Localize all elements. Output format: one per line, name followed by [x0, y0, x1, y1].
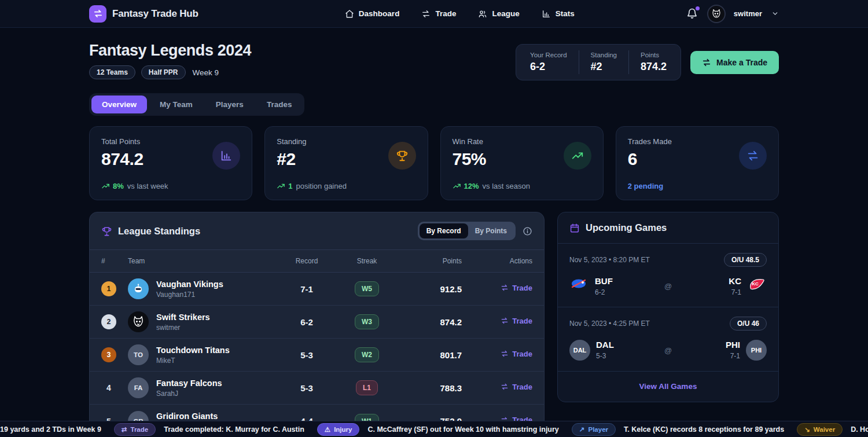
ticker-item: 19 yards and 2 TDs in Week 9 [0, 425, 101, 434]
rank-badge: 1 [101, 281, 116, 296]
streak-badge: W3 [355, 314, 379, 329]
swap-icon: ⇄ [122, 425, 127, 434]
user-cluster: switmer [686, 5, 779, 23]
streak-badge: L1 [356, 380, 378, 395]
tab-my-team[interactable]: My Team [149, 96, 203, 113]
nav-item-league[interactable]: League [478, 9, 519, 19]
home-team-record: 7-1 [726, 352, 740, 360]
trophy-icon [101, 226, 112, 237]
notifications-bell-icon[interactable] [686, 8, 699, 20]
game-datetime: Nov 5, 2023 • 4:25 PM ET [569, 320, 650, 328]
team-name: Vaughan Vikings [156, 280, 223, 289]
view-all-games-link[interactable]: View All Games [639, 382, 697, 391]
team-avatar-initials: TO [128, 344, 149, 365]
points-value: 912.5 [399, 284, 472, 294]
away-team-abbr: DAL [596, 340, 614, 350]
ticker-item-trade: ⇄Trade Trade completed: K. Murray for C.… [114, 423, 304, 436]
svg-text:KC: KC [752, 281, 759, 287]
toggle-by-points[interactable]: By Points [468, 223, 514, 238]
nav-label: Trade [435, 9, 456, 18]
trending-up-icon [564, 142, 591, 170]
standings-title: League Standings [118, 226, 200, 237]
trade-button[interactable]: Trade [501, 383, 532, 391]
game-dal-at-phi[interactable]: Nov 5, 2023 • 4:25 PM ET O/U 46 DAL DAL … [558, 307, 778, 371]
rank-badge: 2 [101, 314, 116, 329]
team-name: Fantasy Falcons [156, 379, 222, 388]
user-avatar[interactable] [707, 5, 726, 23]
chevron-down-icon[interactable] [771, 10, 779, 17]
team-avatar-robot [128, 278, 149, 299]
standings-table-header: # Team Record Streak Points Actions [90, 249, 544, 273]
record-value: 6-2 [279, 317, 334, 327]
tab-overview[interactable]: Overview [91, 96, 147, 113]
summary-your-record: Your Record 6-2 [518, 50, 579, 74]
standings-row-touchdown-titans[interactable]: 3 TO Touchdown Titans MikeT 5-3 W2 801.7… [90, 339, 544, 372]
at-symbol: @ [664, 346, 672, 355]
scoring-format-badge: Half PPR [141, 65, 186, 79]
trophy-icon [388, 142, 416, 170]
over-under-badge: O/U 46 [730, 317, 767, 330]
nav-item-trade[interactable]: Trade [421, 9, 456, 19]
injury-badge: ⚠Injury [317, 423, 360, 436]
standings-row-fantasy-falcons[interactable]: 4 FA Fantasy Falcons SarahJ 5-3 L1 788.3… [90, 372, 544, 405]
info-icon[interactable] [523, 226, 532, 236]
trend-down-icon: ↘ [804, 425, 810, 434]
pending-trades-link[interactable]: 2 pending [628, 182, 663, 190]
news-ticker[interactable]: 19 yards and 2 TDs in Week 9 ⇄Trade Trad… [0, 421, 868, 437]
stat-card-standing: Standing #2 1 position gained [264, 126, 428, 200]
upcoming-games-panel: Upcoming Games Nov 5, 2023 • 8:20 PM ET … [557, 212, 779, 402]
at-symbol: @ [664, 282, 672, 291]
tab-trades[interactable]: Trades [256, 96, 303, 113]
page-title: Fantasy Legends 2024 [89, 42, 251, 60]
game-datetime: Nov 5, 2023 • 8:20 PM ET [569, 256, 650, 264]
player-badge: ↗Player [572, 423, 616, 436]
bills-logo [569, 276, 589, 291]
away-team-abbr: BUF [595, 276, 613, 286]
team-avatar-wildcat [128, 311, 149, 332]
trend-up-icon: 12% [453, 182, 479, 190]
bar-chart-icon [212, 142, 240, 170]
view-tabs: Overview My Team Players Trades [89, 93, 304, 116]
nav-label: League [492, 9, 519, 18]
nav-item-stats[interactable]: Stats [542, 9, 575, 19]
nav-label: Dashboard [359, 9, 400, 18]
toggle-by-record[interactable]: By Record [420, 223, 468, 238]
hero-left: Fantasy Legends 2024 12 Teams Half PPR W… [89, 42, 251, 79]
stat-card-win-rate: Win Rate 75% 12% vs last season [440, 126, 604, 200]
username[interactable]: switmer [734, 9, 762, 18]
team-name: Gridiron Giants [156, 412, 218, 421]
warning-icon: ⚠ [325, 425, 330, 434]
waiver-badge: ↘Waiver [797, 423, 843, 436]
trend-up-icon: ↗ [579, 425, 585, 434]
tab-players[interactable]: Players [205, 96, 254, 113]
main-nav: Dashboard Trade League Stats [310, 9, 575, 19]
standings-row-swift-strikers[interactable]: 2 Swift Strikers switmer 6-2 W3 874.2 [90, 306, 544, 339]
sort-toggle: By Record By Points [418, 222, 516, 240]
standings-row-vaughan-vikings[interactable]: 1 Vaughan Vikings Vaughan171 7-1 W5 912.… [90, 273, 544, 306]
away-team-record: 5-3 [596, 352, 614, 360]
nav-item-dashboard[interactable]: Dashboard [345, 9, 400, 19]
trend-up-icon: 8% [101, 182, 124, 190]
trade-button[interactable]: Trade [501, 317, 532, 325]
team-name: Touchdown Titans [156, 346, 230, 355]
trade-button[interactable]: Trade [501, 284, 532, 292]
home-icon [345, 9, 354, 19]
points-value: 801.7 [399, 350, 472, 360]
notification-dot [696, 6, 700, 10]
bar-chart-icon [542, 9, 551, 19]
summary-standing: Standing #2 [579, 50, 628, 74]
over-under-badge: O/U 48.5 [724, 253, 767, 267]
trade-button[interactable]: Trade [501, 350, 532, 358]
home-team-abbr: PHI [726, 340, 740, 350]
game-buf-at-kc[interactable]: Nov 5, 2023 • 8:20 PM ET O/U 48.5 BUF 6-… [558, 244, 778, 307]
swap-icon [702, 58, 711, 67]
users-icon [478, 9, 487, 19]
ticker-item-injury: ⚠Injury C. McCaffrey (SF) out for Week 1… [317, 423, 559, 436]
rank-badge: 3 [101, 347, 116, 362]
eagles-logo-circle: PHI [746, 340, 767, 361]
team-owner: SarahJ [156, 390, 222, 398]
games-title: Upcoming Games [586, 222, 667, 233]
make-a-trade-button[interactable]: Make a Trade [690, 51, 779, 74]
week-label: Week 9 [193, 68, 219, 77]
nav-label: Stats [556, 9, 575, 18]
